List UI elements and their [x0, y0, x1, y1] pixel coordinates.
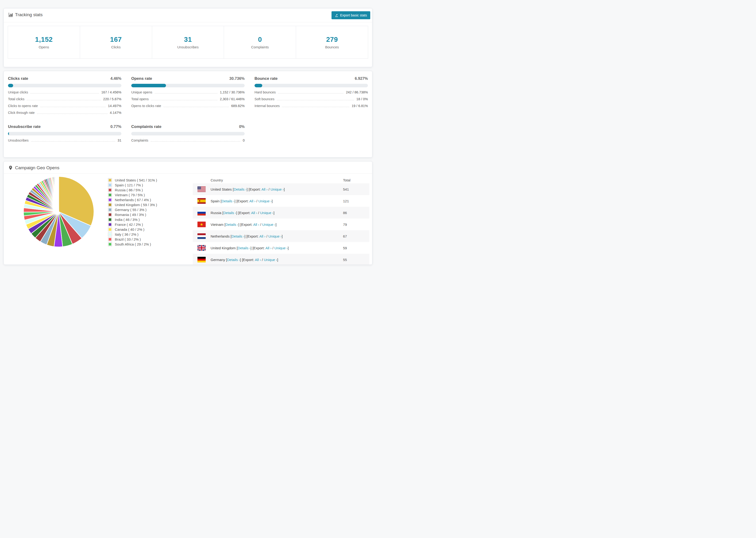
country-flag-gb: [197, 245, 206, 251]
campaign-geo-opens-card: Campaign Geo Opens United States ( 541 /…: [4, 161, 372, 265]
total-value: 121: [343, 199, 369, 203]
tracking-stats-header: Tracking stats Export basic stats: [4, 9, 372, 19]
rate-stat-label: Unique clicks: [8, 90, 28, 94]
rates-card: Clicks rate4.46%Unique clicks167 / 4.456…: [4, 71, 372, 157]
bracket-text: ]: [284, 187, 285, 191]
bracket-text: [Export:: [252, 246, 265, 250]
legend-label: Romania ( 49 / 3% ): [115, 213, 146, 217]
summary-label: Complaints: [251, 45, 269, 49]
summary-strip: 1,152Opens167Clicks31Unsubscribes0Compla…: [8, 26, 368, 59]
bracket-text: [Export:: [240, 223, 253, 227]
dotted-leader: [282, 107, 349, 107]
legend-label: United Kingdom ( 59 / 3% ): [115, 203, 157, 207]
export-all-link[interactable]: All ›: [251, 211, 257, 215]
legend-swatch: [108, 208, 112, 211]
export-unique-link[interactable]: Unique ›: [262, 223, 276, 227]
rate-stat-label: Unsubscribes: [8, 138, 28, 142]
details-link[interactable]: Details ›: [232, 234, 244, 238]
geo-opens-table: Country Total United States [Details ›] …: [193, 177, 369, 265]
rate-stat-row: Complaints0: [131, 138, 244, 142]
rate-stat-value: 14.497%: [108, 104, 121, 108]
export-all-link[interactable]: All ›: [261, 187, 268, 191]
bracket-text: /: [265, 234, 268, 238]
rate-title: Complaints rate: [131, 125, 161, 129]
rate-section-opens-rate: Opens rate30.736%Unique opens1,152 / 30.…: [131, 76, 244, 115]
details-link[interactable]: Details ›: [225, 223, 238, 227]
country-flag-es: [197, 198, 206, 204]
export-unique-link[interactable]: Unique ›: [270, 187, 284, 191]
rate-title: Clicks rate: [8, 76, 28, 81]
bracket-text: ]: [276, 223, 277, 227]
details-link[interactable]: Details ›: [222, 199, 235, 203]
export-unique-link[interactable]: Unique ›: [258, 199, 272, 203]
details-link[interactable]: Details ›: [238, 246, 250, 250]
country-cell: United Kingdom [Details ›] [Export: All …: [211, 246, 343, 250]
table-row: Russia [Details ›] [Export: All › / Uniq…: [193, 207, 369, 219]
rate-rows: Hard bounces242 / 86.738%Soft bounces18 …: [254, 90, 368, 108]
legend-label: Netherlands ( 67 / 4% ): [115, 198, 151, 202]
export-unique-link[interactable]: Unique ›: [264, 258, 277, 262]
rate-stat-row: Total clicks220 / 5.87%: [8, 97, 121, 101]
country-name: United Kingdom: [211, 246, 237, 250]
geo-header: Campaign Geo Opens: [4, 161, 372, 170]
table-row: Vietnam [Details ›] [Export: All › / Uni…: [193, 219, 369, 230]
export-all-link[interactable]: All ›: [253, 223, 259, 227]
legend-item: Germany ( 55 / 3% ): [108, 207, 157, 212]
export-basic-stats-button[interactable]: Export basic stats: [332, 11, 370, 19]
country-cell: Vietnam [Details ›] [Export: All › / Uni…: [211, 223, 343, 227]
summary-cell: 0Complaints: [224, 26, 296, 58]
rate-progress-fill: [8, 132, 9, 135]
summary-cell: 279Bounces: [296, 26, 368, 58]
export-all-link[interactable]: All ›: [249, 199, 255, 203]
summary-cell: 1,152Opens: [8, 26, 80, 58]
rate-stat-row: Click through rate4.147%: [8, 111, 121, 115]
rate-stat-value: 4.147%: [110, 111, 121, 115]
geo-body: United States ( 541 / 31% )Spain ( 121 /…: [4, 174, 372, 262]
dotted-leader: [30, 93, 99, 93]
export-unique-link[interactable]: Unique ›: [260, 211, 274, 215]
country-name: Russia: [211, 211, 222, 215]
legend-label: Canada ( 40 / 2% ): [115, 228, 144, 232]
bracket-text: /: [259, 223, 262, 227]
legend-swatch: [108, 203, 112, 207]
rate-progress-bar: [8, 84, 121, 87]
legend-item: United Kingdom ( 59 / 3% ): [108, 202, 157, 207]
total-value: 55: [343, 258, 369, 262]
details-link[interactable]: Details ›: [223, 211, 236, 215]
summary-label: Unsubscribes: [177, 45, 199, 49]
bracket-text: [Export:: [238, 211, 251, 215]
table-row: Spain [Details ›] [Export: All › / Uniqu…: [193, 195, 369, 207]
export-unique-link[interactable]: Unique ›: [268, 234, 282, 238]
bracket-text: ]: [274, 211, 274, 215]
bracket-text: /: [271, 246, 274, 250]
legend-label: Italy ( 36 / 2% ): [115, 232, 138, 237]
legend-item: France ( 42 / 2% ): [108, 222, 157, 227]
details-link[interactable]: Details ›: [227, 258, 240, 262]
legend-swatch: [108, 242, 112, 246]
legend-item: Romania ( 49 / 3% ): [108, 212, 157, 217]
rate-stat-value: 1,152 / 30.736%: [220, 90, 244, 94]
export-all-link[interactable]: All ›: [265, 246, 271, 250]
dotted-leader: [27, 100, 101, 100]
legend-item: Canada ( 40 / 2% ): [108, 227, 157, 232]
rate-stat-value: 19 / 6.81%: [352, 104, 368, 108]
rates-grid: Clicks rate4.46%Unique clicks167 / 4.456…: [4, 71, 372, 142]
export-all-link[interactable]: All ›: [255, 258, 261, 262]
geo-title: Campaign Geo Opens: [15, 165, 59, 170]
country-flag-ru: [197, 210, 206, 215]
bracket-text: ]: [244, 234, 246, 238]
details-link[interactable]: Details ›: [234, 187, 246, 191]
country-flag-vn: [197, 222, 206, 227]
bracket-text: ]: [272, 199, 273, 203]
export-unique-link[interactable]: Unique ›: [274, 246, 288, 250]
rate-value: 4.46%: [110, 76, 121, 81]
country-cell: Netherlands [Details ›] [Export: All › /…: [211, 234, 343, 238]
summary-label: Clicks: [111, 45, 121, 49]
export-all-link[interactable]: All ›: [259, 234, 266, 238]
rate-value: 0%: [239, 125, 244, 129]
legend-item: Brazil ( 33 / 2% ): [108, 237, 157, 242]
rate-stat-label: Soft bounces: [254, 97, 274, 101]
geo-title-wrap: Campaign Geo Opens: [9, 165, 59, 170]
bar-chart-icon: [9, 13, 13, 17]
summary-value: 167: [110, 36, 122, 43]
